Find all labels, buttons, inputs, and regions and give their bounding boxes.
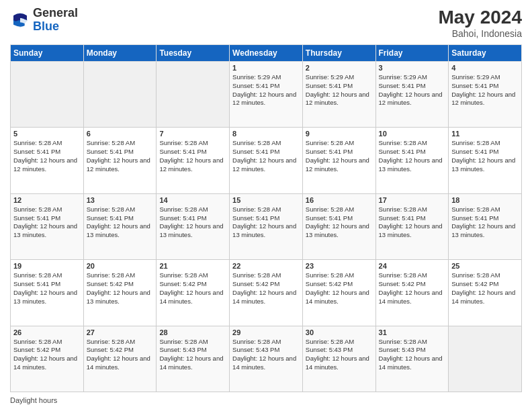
day-number: 13 xyxy=(87,196,154,204)
day-cell xyxy=(449,326,522,392)
day-info: Sunrise: 5:28 AMSunset: 5:41 PMDaylight:… xyxy=(87,205,154,240)
day-header-friday: Friday xyxy=(375,45,449,62)
day-info: Sunrise: 5:28 AMSunset: 5:42 PMDaylight:… xyxy=(13,338,81,372)
logo-blue-text: Blue xyxy=(33,19,59,33)
day-info: Sunrise: 5:28 AMSunset: 5:41 PMDaylight:… xyxy=(13,139,81,173)
day-number: 4 xyxy=(451,64,519,72)
day-info: Sunrise: 5:28 AMSunset: 5:42 PMDaylight:… xyxy=(87,338,154,372)
day-info: Sunrise: 5:28 AMSunset: 5:41 PMDaylight:… xyxy=(159,205,226,240)
logo-general-text: General xyxy=(33,6,78,19)
day-header-monday: Monday xyxy=(83,45,157,62)
day-cell: 25Sunrise: 5:28 AMSunset: 5:42 PMDayligh… xyxy=(449,260,522,326)
day-number: 3 xyxy=(379,64,446,72)
day-number: 11 xyxy=(451,130,519,138)
days-header-row: SundayMondayTuesdayWednesdayThursdayFrid… xyxy=(11,45,522,62)
day-number: 23 xyxy=(306,262,373,270)
day-cell: 23Sunrise: 5:28 AMSunset: 5:42 PMDayligh… xyxy=(302,260,375,326)
logo-text: General Blue xyxy=(33,7,78,34)
day-info: Sunrise: 5:29 AMSunset: 5:41 PMDaylight:… xyxy=(451,73,519,107)
week-row-1: 5Sunrise: 5:28 AMSunset: 5:41 PMDaylight… xyxy=(11,128,522,193)
day-cell: 24Sunrise: 5:28 AMSunset: 5:42 PMDayligh… xyxy=(375,260,449,326)
day-number: 24 xyxy=(379,262,446,270)
day-info: Sunrise: 5:28 AMSunset: 5:43 PMDaylight:… xyxy=(232,338,300,372)
day-cell: 6Sunrise: 5:28 AMSunset: 5:41 PMDaylight… xyxy=(83,128,157,193)
day-info: Sunrise: 5:28 AMSunset: 5:41 PMDaylight:… xyxy=(159,139,226,173)
day-info: Sunrise: 5:28 AMSunset: 5:41 PMDaylight:… xyxy=(451,205,519,240)
calendar-title: May 2024 xyxy=(438,7,522,28)
day-info: Sunrise: 5:28 AMSunset: 5:43 PMDaylight:… xyxy=(379,338,446,372)
day-header-saturday: Saturday xyxy=(449,45,522,62)
day-cell: 12Sunrise: 5:28 AMSunset: 5:41 PMDayligh… xyxy=(11,193,84,259)
day-cell: 10Sunrise: 5:28 AMSunset: 5:41 PMDayligh… xyxy=(375,128,449,193)
day-number: 20 xyxy=(87,262,154,270)
day-info: Sunrise: 5:28 AMSunset: 5:42 PMDaylight:… xyxy=(87,271,154,306)
day-number: 21 xyxy=(159,262,226,270)
day-cell: 7Sunrise: 5:28 AMSunset: 5:41 PMDaylight… xyxy=(157,128,230,193)
calendar-table: SundayMondayTuesdayWednesdayThursdayFrid… xyxy=(10,44,522,392)
day-number: 5 xyxy=(13,130,81,138)
day-cell: 5Sunrise: 5:28 AMSunset: 5:41 PMDaylight… xyxy=(11,128,84,193)
day-cell: 19Sunrise: 5:28 AMSunset: 5:41 PMDayligh… xyxy=(11,260,84,326)
day-info: Sunrise: 5:28 AMSunset: 5:41 PMDaylight:… xyxy=(379,139,446,173)
page: General Blue May 2024 Bahoi, Indonesia S… xyxy=(0,0,532,411)
day-cell xyxy=(83,62,157,128)
day-number: 7 xyxy=(159,130,226,138)
day-number: 9 xyxy=(306,130,373,138)
day-header-sunday: Sunday xyxy=(11,45,84,62)
day-number: 14 xyxy=(159,196,226,204)
title-block: May 2024 Bahoi, Indonesia xyxy=(438,7,522,39)
day-info: Sunrise: 5:28 AMSunset: 5:42 PMDaylight:… xyxy=(379,271,446,306)
day-number: 15 xyxy=(232,196,300,204)
day-cell: 15Sunrise: 5:28 AMSunset: 5:41 PMDayligh… xyxy=(230,193,303,259)
footer: Daylight hours xyxy=(10,395,522,404)
day-info: Sunrise: 5:28 AMSunset: 5:41 PMDaylight:… xyxy=(232,139,300,173)
day-info: Sunrise: 5:28 AMSunset: 5:41 PMDaylight:… xyxy=(306,205,373,240)
day-info: Sunrise: 5:28 AMSunset: 5:43 PMDaylight:… xyxy=(159,338,226,372)
day-cell: 3Sunrise: 5:29 AMSunset: 5:41 PMDaylight… xyxy=(375,62,449,128)
day-info: Sunrise: 5:29 AMSunset: 5:41 PMDaylight:… xyxy=(379,73,446,107)
day-cell: 8Sunrise: 5:28 AMSunset: 5:41 PMDaylight… xyxy=(230,128,303,193)
day-number: 6 xyxy=(87,130,154,138)
day-number: 29 xyxy=(232,328,300,336)
day-number: 31 xyxy=(379,328,446,336)
day-info: Sunrise: 5:28 AMSunset: 5:41 PMDaylight:… xyxy=(451,139,519,173)
day-number: 27 xyxy=(87,328,154,336)
day-cell: 29Sunrise: 5:28 AMSunset: 5:43 PMDayligh… xyxy=(230,326,303,392)
day-number: 1 xyxy=(232,64,300,72)
day-cell xyxy=(11,62,84,128)
day-number: 25 xyxy=(451,262,519,270)
day-cell: 13Sunrise: 5:28 AMSunset: 5:41 PMDayligh… xyxy=(83,193,157,259)
day-number: 28 xyxy=(159,328,226,336)
day-cell: 26Sunrise: 5:28 AMSunset: 5:42 PMDayligh… xyxy=(11,326,84,392)
day-cell: 4Sunrise: 5:29 AMSunset: 5:41 PMDaylight… xyxy=(449,62,522,128)
day-info: Sunrise: 5:28 AMSunset: 5:41 PMDaylight:… xyxy=(13,271,81,306)
day-header-wednesday: Wednesday xyxy=(230,45,303,62)
day-header-thursday: Thursday xyxy=(302,45,375,62)
day-info: Sunrise: 5:28 AMSunset: 5:42 PMDaylight:… xyxy=(451,271,519,306)
day-info: Sunrise: 5:28 AMSunset: 5:41 PMDaylight:… xyxy=(13,205,81,240)
day-number: 22 xyxy=(232,262,300,270)
day-cell: 22Sunrise: 5:28 AMSunset: 5:42 PMDayligh… xyxy=(230,260,303,326)
day-cell: 17Sunrise: 5:28 AMSunset: 5:41 PMDayligh… xyxy=(375,193,449,259)
day-number: 2 xyxy=(306,64,373,72)
day-info: Sunrise: 5:29 AMSunset: 5:41 PMDaylight:… xyxy=(232,73,300,107)
week-row-4: 26Sunrise: 5:28 AMSunset: 5:42 PMDayligh… xyxy=(11,326,522,392)
day-cell: 28Sunrise: 5:28 AMSunset: 5:43 PMDayligh… xyxy=(157,326,230,392)
day-number: 19 xyxy=(13,262,81,270)
day-cell: 1Sunrise: 5:29 AMSunset: 5:41 PMDaylight… xyxy=(230,62,303,128)
day-number: 18 xyxy=(451,196,519,204)
day-number: 8 xyxy=(232,130,300,138)
day-info: Sunrise: 5:28 AMSunset: 5:41 PMDaylight:… xyxy=(306,139,373,173)
day-cell: 21Sunrise: 5:28 AMSunset: 5:42 PMDayligh… xyxy=(157,260,230,326)
day-info: Sunrise: 5:28 AMSunset: 5:42 PMDaylight:… xyxy=(232,271,300,306)
day-info: Sunrise: 5:28 AMSunset: 5:42 PMDaylight:… xyxy=(159,271,226,306)
week-row-0: 1Sunrise: 5:29 AMSunset: 5:41 PMDaylight… xyxy=(11,62,522,128)
day-cell: 20Sunrise: 5:28 AMSunset: 5:42 PMDayligh… xyxy=(83,260,157,326)
day-header-tuesday: Tuesday xyxy=(157,45,230,62)
day-number: 16 xyxy=(306,196,373,204)
week-row-2: 12Sunrise: 5:28 AMSunset: 5:41 PMDayligh… xyxy=(11,193,522,259)
day-info: Sunrise: 5:28 AMSunset: 5:41 PMDaylight:… xyxy=(379,205,446,240)
day-number: 12 xyxy=(13,196,81,204)
day-number: 10 xyxy=(379,130,446,138)
day-cell: 27Sunrise: 5:28 AMSunset: 5:42 PMDayligh… xyxy=(83,326,157,392)
